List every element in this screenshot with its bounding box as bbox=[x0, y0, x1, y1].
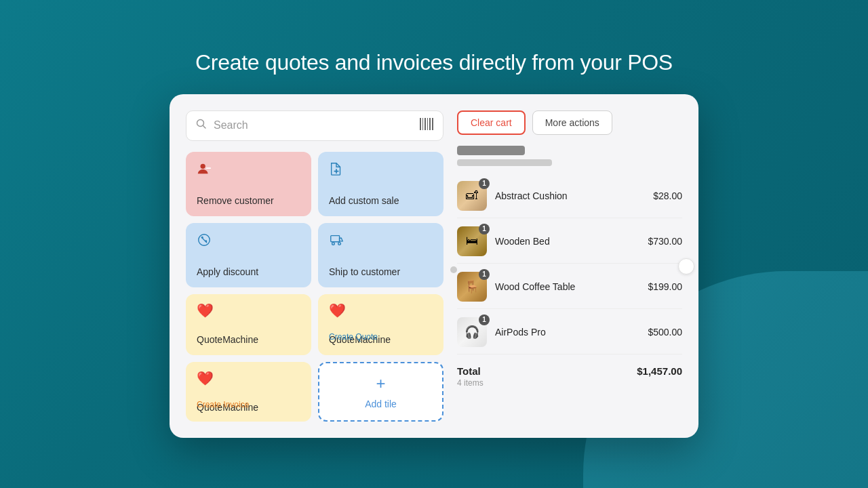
person-minus-icon bbox=[197, 161, 300, 178]
tile-add-custom-sale[interactable]: Add custom sale bbox=[318, 152, 443, 216]
tiles-grid: Remove customer Add custom sale bbox=[186, 152, 443, 422]
item-image-wrap: 1 🪑 bbox=[457, 272, 487, 302]
customer-info bbox=[457, 146, 682, 166]
cart-item: 1 🪑 Wood Coffee Table $199.00 bbox=[457, 265, 682, 309]
tile-add[interactable]: + Add tile bbox=[318, 362, 443, 422]
quotemachine-icon-2: ❤️ bbox=[329, 304, 433, 317]
item-qty-badge: 1 bbox=[479, 269, 490, 280]
total-amount: $1,457.00 bbox=[637, 365, 682, 377]
page-title: Create quotes and invoices directly from… bbox=[195, 50, 673, 75]
cart-item: 1 🛋 Abstract Cushion $28.00 bbox=[457, 174, 682, 218]
item-qty-badge: 1 bbox=[479, 178, 490, 189]
add-tile-label: Add tile bbox=[365, 399, 397, 409]
item-name: Wooden Bed bbox=[495, 236, 639, 247]
tile-remove-customer[interactable]: Remove customer bbox=[186, 152, 311, 216]
search-input-placeholder: Search bbox=[214, 119, 413, 131]
svg-rect-5 bbox=[429, 118, 431, 130]
scroll-indicator bbox=[450, 266, 457, 273]
cart-items: 1 🛋 Abstract Cushion $28.00 1 🛏 Wooden B… bbox=[457, 174, 682, 354]
right-panel: Clear cart More actions 1 🛋 Abstract Cus… bbox=[457, 110, 682, 422]
svg-point-7 bbox=[201, 163, 205, 168]
action-buttons: Clear cart More actions bbox=[457, 110, 682, 135]
total-items-count: 4 items bbox=[457, 378, 484, 388]
svg-rect-9 bbox=[331, 235, 340, 241]
svg-rect-1 bbox=[420, 118, 421, 130]
svg-rect-3 bbox=[425, 118, 426, 130]
svg-rect-6 bbox=[432, 118, 433, 130]
customer-name-placeholder bbox=[457, 146, 525, 155]
quotemachine-icon-1: ❤️ bbox=[197, 304, 300, 317]
svg-point-10 bbox=[332, 243, 335, 245]
left-panel: Search bbox=[186, 110, 443, 422]
total-row: Total 4 items $1,457.00 bbox=[457, 357, 682, 388]
cart-item: 1 🎧 AirPods Pro $500.00 bbox=[457, 310, 682, 354]
item-name: Wood Coffee Table bbox=[495, 281, 639, 292]
item-price: $199.00 bbox=[648, 281, 682, 292]
tile-quotemachine-1[interactable]: ❤️ QuoteMachine bbox=[186, 294, 311, 355]
svg-rect-4 bbox=[427, 118, 428, 130]
item-image-wrap: 1 🎧 bbox=[457, 317, 487, 347]
customer-sub-placeholder bbox=[457, 159, 552, 166]
modal-card: Search bbox=[170, 94, 698, 439]
item-qty-badge: 1 bbox=[479, 224, 490, 235]
item-price: $28.00 bbox=[653, 190, 682, 201]
item-price: $730.00 bbox=[648, 236, 682, 247]
scroll-handle[interactable] bbox=[678, 258, 694, 274]
quotemachine-icon-3: ❤️ bbox=[197, 371, 300, 385]
custom-sale-icon bbox=[329, 161, 433, 178]
svg-rect-2 bbox=[422, 118, 423, 130]
tile-apply-discount[interactable]: Apply discount bbox=[186, 223, 311, 287]
item-image-wrap: 1 🛏 bbox=[457, 226, 487, 256]
svg-point-11 bbox=[338, 243, 341, 245]
item-qty-badge: 1 bbox=[479, 314, 490, 325]
tile-ship-to-customer[interactable]: Ship to customer bbox=[318, 223, 443, 287]
item-name: Abstract Cushion bbox=[495, 190, 645, 201]
item-price: $500.00 bbox=[648, 327, 682, 338]
more-actions-button[interactable]: More actions bbox=[532, 110, 612, 135]
search-bar[interactable]: Search bbox=[186, 110, 443, 141]
discount-icon bbox=[197, 232, 300, 249]
ship-to-customer-label: Ship to customer bbox=[329, 266, 433, 278]
search-icon bbox=[196, 119, 207, 132]
ship-icon bbox=[329, 232, 433, 249]
tile-quotemachine-2[interactable]: ❤️ QuoteMachine Create Quote bbox=[318, 294, 443, 355]
add-custom-sale-label: Add custom sale bbox=[329, 195, 433, 207]
create-invoice-sublabel: Create Invoice bbox=[197, 400, 300, 409]
cart-item: 1 🛏 Wooden Bed $730.00 bbox=[457, 220, 682, 264]
remove-customer-label: Remove customer bbox=[197, 195, 300, 207]
total-label: Total bbox=[457, 365, 484, 377]
tile-quotemachine-3[interactable]: ❤️ QuoteMachine Create Invoice bbox=[186, 362, 311, 422]
barcode-icon bbox=[420, 118, 433, 134]
clear-cart-button[interactable]: Clear cart bbox=[457, 110, 526, 135]
plus-icon: + bbox=[376, 374, 385, 393]
apply-discount-label: Apply discount bbox=[197, 266, 300, 278]
item-name: AirPods Pro bbox=[495, 327, 639, 338]
quotemachine-label-1: QuoteMachine bbox=[197, 334, 258, 345]
item-image-wrap: 1 🛋 bbox=[457, 181, 487, 211]
